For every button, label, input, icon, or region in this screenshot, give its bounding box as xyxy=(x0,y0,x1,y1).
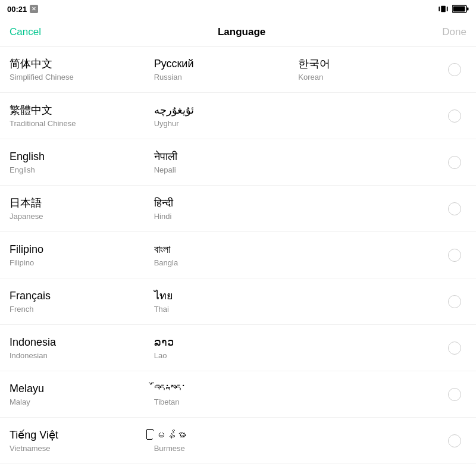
language-col-2: नेपाली Nepali xyxy=(154,150,299,174)
radio-col[interactable] xyxy=(443,434,466,447)
language-list: 简体中文 Simplified Chinese Русский Russian … xyxy=(0,46,476,476)
language-col-1: 日本語 Japanese xyxy=(10,196,154,220)
radio-button[interactable] xyxy=(448,156,461,169)
language-col-2: বাংলা Bangla xyxy=(154,243,299,267)
language-col-2: မြန်မာ Burmese xyxy=(154,428,299,452)
language-col-1: 简体中文 Simplified Chinese xyxy=(10,57,154,81)
radio-col[interactable] xyxy=(443,295,466,308)
lang-english-2: Nepali xyxy=(154,165,299,174)
radio-button[interactable] xyxy=(448,109,461,123)
lang-native-1: Melayu xyxy=(10,382,154,396)
language-col-1: English English xyxy=(10,150,154,174)
lang-native-1: 繁體中文 xyxy=(10,104,154,117)
close-icon: ✕ xyxy=(30,5,38,13)
lang-english-2: Lao xyxy=(154,351,299,360)
svg-rect-5 xyxy=(467,8,469,11)
radio-col[interactable] xyxy=(443,63,466,76)
language-col-2: ລາວ Lao xyxy=(154,336,299,359)
radio-button[interactable] xyxy=(448,202,461,215)
language-col-2: हिन्दी Hindi xyxy=(154,196,299,220)
svg-rect-0 xyxy=(441,6,446,12)
radio-col[interactable] xyxy=(443,156,466,169)
nav-bar: Cancel Language Done xyxy=(0,18,476,46)
language-col-2: Русский Russian xyxy=(154,57,299,81)
language-col-3 xyxy=(298,440,443,441)
language-col-1: Indonesia Indonesian xyxy=(10,336,154,359)
language-col-1: Français French xyxy=(10,289,154,313)
page-title: Language xyxy=(218,26,265,38)
lang-native-1: Tiếng Việt xyxy=(10,428,154,442)
lang-english-1: Japanese xyxy=(10,212,154,221)
language-row[interactable]: 繁體中文 Traditional Chinese ئۇيغۇرچە Uyghur xyxy=(0,93,476,139)
lang-english-1: Vietnamese xyxy=(10,444,154,453)
language-col-2: ئۇيغۇرچە Uyghur xyxy=(154,104,299,127)
lang-native-1: 简体中文 xyxy=(10,57,154,71)
svg-rect-4 xyxy=(453,7,465,12)
lang-native-2: नेपाली xyxy=(154,150,299,164)
lang-english-1: Simplified Chinese xyxy=(10,73,154,82)
radio-button[interactable] xyxy=(448,63,461,76)
lang-native-1: 日本語 xyxy=(10,196,154,210)
language-col-3 xyxy=(298,347,443,349)
lang-native-1: Indonesia xyxy=(10,336,154,349)
status-icons xyxy=(438,4,469,14)
lang-english-1: Indonesian xyxy=(10,351,154,360)
language-col-1: 繁體中文 Traditional Chinese xyxy=(10,104,154,127)
radio-button[interactable] xyxy=(448,388,461,401)
language-row[interactable]: 简体中文 Simplified Chinese Русский Russian … xyxy=(0,46,476,93)
language-row[interactable]: Melayu Malay བོད་སྐད་ Tibetan xyxy=(0,371,476,418)
lang-english-1: Traditional Chinese xyxy=(10,119,154,128)
lang-english-2: Burmese xyxy=(154,444,299,453)
radio-button[interactable] xyxy=(448,434,461,447)
language-col-3 xyxy=(298,115,443,117)
lang-native-1: English xyxy=(10,150,154,164)
done-button[interactable]: Done xyxy=(442,26,466,38)
language-row[interactable]: 日本語 Japanese हिन्दी Hindi xyxy=(0,186,476,232)
lang-english-2: Uyghur xyxy=(154,119,299,128)
lang-native-2: ລາວ xyxy=(154,336,299,349)
lang-native-3: 한국어 xyxy=(298,57,443,71)
lang-english-1: Filipino xyxy=(10,258,154,267)
language-row[interactable]: Français French ไทย Thai xyxy=(0,278,476,325)
lang-english-1: French xyxy=(10,305,154,314)
language-col-2: ไทย Thai xyxy=(154,289,299,313)
vibration-icon xyxy=(438,4,449,14)
radio-col[interactable] xyxy=(443,109,466,123)
language-row[interactable]: English English नेपाली Nepali xyxy=(0,139,476,186)
lang-english-2: Bangla xyxy=(154,258,299,267)
lang-english-2: Tibetan xyxy=(154,397,299,406)
lang-native-2: Русский xyxy=(154,57,299,71)
language-col-3 xyxy=(298,394,443,395)
radio-col[interactable] xyxy=(443,202,466,215)
language-col-3 xyxy=(298,162,443,163)
language-col-1: Tiếng Việt Vietnamese xyxy=(10,428,154,452)
lang-native-2: ไทย xyxy=(154,289,299,303)
lang-native-2: မြန်မာ xyxy=(154,428,299,442)
language-col-3 xyxy=(298,301,443,302)
lang-native-2: བོད་སྐད་ xyxy=(154,382,299,396)
lang-native-2: ئۇيغۇرچە xyxy=(154,104,299,117)
language-col-3 xyxy=(298,208,443,209)
language-row[interactable]: Filipino Filipino বাংলা Bangla xyxy=(0,232,476,278)
status-bar: 00:21 ✕ xyxy=(0,0,476,18)
lang-english-2: Hindi xyxy=(154,212,299,221)
language-row[interactable]: Tiếng Việt Vietnamese မြန်မာ Burmese xyxy=(0,418,476,464)
lang-english-1: English xyxy=(10,165,154,174)
radio-button[interactable] xyxy=(448,342,461,355)
lang-native-2: বাংলা xyxy=(154,243,299,256)
radio-button[interactable] xyxy=(448,249,461,262)
lang-native-1: Français xyxy=(10,289,154,303)
lang-english-1: Malay xyxy=(10,397,154,406)
language-col-1: Filipino Filipino xyxy=(10,243,154,267)
lang-english-2: Russian xyxy=(154,73,299,82)
radio-button[interactable] xyxy=(448,295,461,308)
lang-english-3: Korean xyxy=(298,73,443,82)
radio-col[interactable] xyxy=(443,388,466,401)
language-row[interactable]: Indonesia Indonesian ລາວ Lao xyxy=(0,325,476,371)
radio-col[interactable] xyxy=(443,249,466,262)
language-col-1: Melayu Malay xyxy=(10,382,154,406)
language-col-2: བོད་སྐད་ Tibetan xyxy=(154,382,299,406)
battery-icon xyxy=(452,5,469,13)
radio-col[interactable] xyxy=(443,342,466,355)
cancel-button[interactable]: Cancel xyxy=(10,26,41,38)
